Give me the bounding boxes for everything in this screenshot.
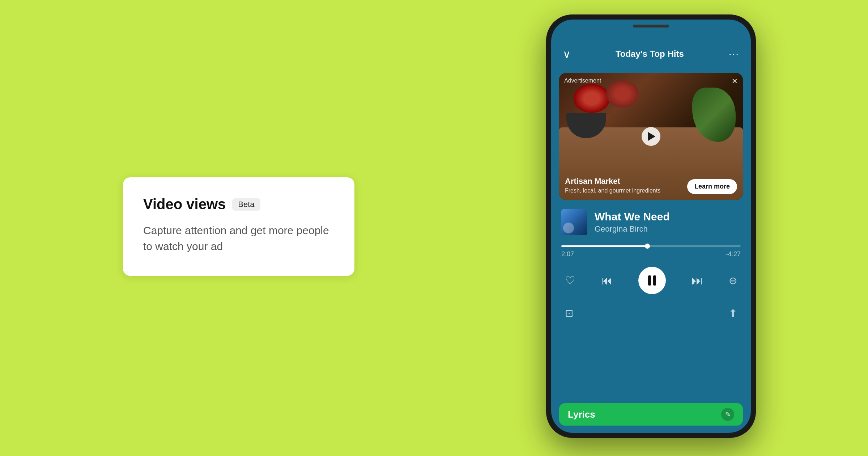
back-chevron-icon[interactable]: ∨ bbox=[563, 48, 571, 60]
progress-section: 2:07 -4:27 bbox=[561, 245, 741, 258]
devices-icon[interactable]: ⊡ bbox=[565, 307, 573, 319]
progress-bar-background[interactable] bbox=[561, 245, 741, 247]
info-card-description: Capture attention and get more people to… bbox=[143, 223, 334, 254]
info-card-title-row: Video views Beta bbox=[143, 196, 334, 212]
info-card: Video views Beta Capture attention and g… bbox=[123, 177, 354, 276]
track-info-row: What We Need Georgina Birch bbox=[561, 209, 741, 235]
lyrics-label: Lyrics bbox=[568, 409, 595, 420]
info-card-title: Video views bbox=[143, 196, 226, 212]
track-art-decoration bbox=[563, 223, 574, 233]
onion-decor-2 bbox=[606, 80, 639, 107]
lyrics-expand-icon[interactable]: ✎ bbox=[721, 408, 734, 421]
play-triangle-icon bbox=[648, 132, 655, 141]
share-icon[interactable]: ⬆ bbox=[729, 307, 737, 319]
bottom-icons-row: ⊡ ⬆ bbox=[561, 307, 741, 319]
volume-minus-icon[interactable]: ⊖ bbox=[729, 275, 737, 287]
progress-bar-fill bbox=[561, 245, 647, 247]
beta-badge: Beta bbox=[232, 198, 260, 211]
ad-video-block: Advertisement ✕ Artisan Market Fresh, lo… bbox=[559, 73, 743, 200]
now-playing-section: What We Need Georgina Birch 2:07 -4:27 bbox=[551, 209, 751, 328]
spotify-topbar: ∨ Today's Top Hits ··· bbox=[551, 41, 751, 67]
ad-close-icon[interactable]: ✕ bbox=[732, 77, 738, 85]
phone-speaker bbox=[633, 25, 669, 28]
playback-controls-row: ♡ ⏮ ⏭ ⊖ bbox=[561, 267, 741, 294]
current-time: 2:07 bbox=[561, 250, 574, 258]
previous-track-icon[interactable]: ⏮ bbox=[601, 274, 613, 287]
pause-bar-left bbox=[648, 275, 651, 286]
progress-indicator bbox=[645, 244, 650, 249]
pause-icon bbox=[648, 275, 656, 286]
phone-mockup: ∨ Today's Top Hits ··· bbox=[546, 14, 756, 438]
ad-brand-name: Artisan Market bbox=[565, 177, 683, 186]
track-artist: Georgina Birch bbox=[595, 224, 741, 234]
pause-bar-right bbox=[653, 275, 656, 286]
progress-times: 2:07 -4:27 bbox=[561, 250, 741, 258]
learn-more-button[interactable]: Learn more bbox=[687, 179, 737, 194]
track-artwork bbox=[561, 209, 587, 235]
pause-button[interactable] bbox=[638, 267, 666, 294]
track-text: What We Need Georgina Birch bbox=[595, 211, 741, 234]
ad-bottom-row: Artisan Market Fresh, local, and gourmet… bbox=[565, 177, 737, 194]
ad-tagline: Fresh, local, and gourmet ingredients bbox=[565, 187, 683, 194]
advertisement-label: Advertisement bbox=[564, 77, 601, 84]
play-button-overlay[interactable] bbox=[642, 127, 660, 146]
ad-image-background: Advertisement ✕ Artisan Market Fresh, lo… bbox=[559, 73, 743, 200]
onion-decor-1 bbox=[574, 84, 610, 113]
expand-icon-glyph: ✎ bbox=[725, 410, 731, 418]
phone-outer: ∨ Today's Top Hits ··· bbox=[546, 14, 756, 438]
track-title: What We Need bbox=[595, 211, 741, 223]
playlist-title: Today's Top Hits bbox=[616, 49, 684, 59]
lyrics-bar[interactable]: Lyrics ✎ bbox=[559, 403, 743, 426]
ad-text-block: Artisan Market Fresh, local, and gourmet… bbox=[565, 177, 683, 194]
next-track-icon[interactable]: ⏭ bbox=[692, 274, 703, 287]
heart-icon[interactable]: ♡ bbox=[565, 274, 575, 287]
total-time: -4:27 bbox=[726, 250, 741, 258]
more-options-icon[interactable]: ··· bbox=[729, 48, 739, 60]
phone-inner: ∨ Today's Top Hits ··· bbox=[551, 20, 751, 433]
